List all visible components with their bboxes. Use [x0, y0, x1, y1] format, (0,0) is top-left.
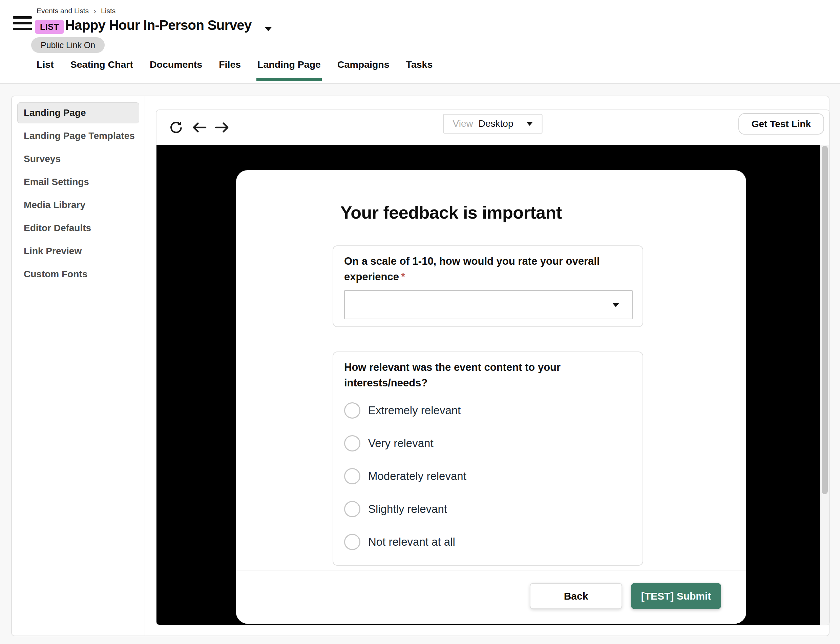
sidebar-item-landing-page[interactable]: Landing Page — [17, 102, 139, 123]
sidebar-item-surveys[interactable]: Surveys — [17, 148, 139, 169]
rating-select[interactable] — [344, 290, 633, 319]
survey-footer: Back [TEST] Submit — [236, 570, 746, 624]
radio-circle-icon[interactable] — [344, 468, 360, 485]
hamburger-menu-icon[interactable] — [13, 16, 32, 31]
radio-circle-icon[interactable] — [344, 534, 360, 550]
radio-circle-icon[interactable] — [344, 501, 360, 517]
radio-option-not-relevant[interactable]: Not relevant at all — [344, 534, 455, 550]
radio-circle-icon[interactable] — [344, 402, 360, 419]
view-select-label: View — [453, 118, 473, 129]
question-relevance-title: How relevant was the event content to yo… — [344, 360, 568, 391]
tab-documents[interactable]: Documents — [150, 58, 202, 71]
breadcrumb-separator-icon: › — [93, 7, 96, 15]
tab-files[interactable]: Files — [219, 58, 241, 71]
view-select-value: Desktop — [478, 118, 514, 129]
sidebar-item-landing-page-templates[interactable]: Landing Page Templates — [17, 125, 139, 146]
sidebar-item-link-preview[interactable]: Link Preview — [17, 241, 139, 262]
public-link-status-pill[interactable]: Public Link On — [31, 37, 105, 53]
sidebar-item-custom-fonts[interactable]: Custom Fonts — [17, 264, 139, 285]
page-title: Happy Hour In-Person Survey — [65, 18, 252, 33]
question-rating-title: On a scale of 1-10, how would you rate y… — [344, 253, 619, 285]
settings-sidebar: Landing Page Landing Page Templates Surv… — [12, 96, 145, 636]
view-mode-select[interactable]: View Desktop — [444, 114, 543, 133]
preview-toolbar: View Desktop Get Test Link — [157, 110, 829, 145]
preview-canvas: Your feedback is important On a scale of… — [157, 145, 820, 625]
breadcrumb: Events and Lists › Lists — [37, 7, 116, 15]
preview-viewport: Your feedback is important On a scale of… — [157, 145, 829, 625]
breadcrumb-lists[interactable]: Lists — [101, 7, 116, 15]
breadcrumb-events-and-lists[interactable]: Events and Lists — [37, 7, 89, 15]
radio-option-moderately-relevant[interactable]: Moderately relevant — [344, 468, 467, 485]
app-page: Events and Lists › Lists LIST Happy Hour… — [0, 0, 840, 644]
radio-option-slightly-relevant[interactable]: Slightly relevant — [344, 501, 447, 517]
preview-scrollbar[interactable] — [820, 145, 829, 625]
radio-option-very-relevant[interactable]: Very relevant — [344, 435, 434, 452]
tab-list[interactable]: List — [37, 58, 54, 71]
get-test-link-button[interactable]: Get Test Link — [738, 113, 824, 135]
tab-landing-page[interactable]: Landing Page — [257, 58, 321, 71]
select-caret-icon — [612, 303, 619, 307]
refresh-icon[interactable] — [168, 119, 184, 136]
tab-seating-chart[interactable]: Seating Chart — [70, 58, 133, 71]
survey-card: Your feedback is important On a scale of… — [236, 170, 746, 624]
radio-circle-icon[interactable] — [344, 435, 360, 452]
required-asterisk: * — [401, 271, 405, 283]
sidebar-item-email-settings[interactable]: Email Settings — [17, 171, 139, 192]
sidebar-item-editor-defaults[interactable]: Editor Defaults — [17, 218, 139, 238]
forward-arrow-icon[interactable] — [214, 119, 230, 136]
question-rating: On a scale of 1-10, how would you rate y… — [332, 245, 643, 327]
back-arrow-icon[interactable] — [191, 119, 207, 136]
sidebar-item-media-library[interactable]: Media Library — [17, 195, 139, 215]
main-tabs: List Seating Chart Documents Files Landi… — [37, 58, 432, 71]
test-submit-button[interactable]: [TEST] Submit — [631, 583, 721, 609]
main-panel: Landing Page Landing Page Templates Surv… — [11, 95, 830, 636]
preview-scrollbar-thumb[interactable] — [822, 146, 828, 494]
header: Events and Lists › Lists LIST Happy Hour… — [0, 0, 840, 84]
back-button[interactable]: Back — [530, 583, 622, 609]
chevron-down-icon — [526, 122, 533, 126]
landing-page-preview-panel: View Desktop Get Test Link Your feedback… — [156, 110, 830, 625]
question-relevance: How relevant was the event content to yo… — [332, 352, 643, 566]
tab-campaigns[interactable]: Campaigns — [337, 58, 390, 71]
title-dropdown-caret-icon[interactable] — [265, 27, 272, 31]
list-type-badge: LIST — [35, 20, 64, 34]
radio-option-extremely-relevant[interactable]: Extremely relevant — [344, 402, 461, 419]
survey-heading: Your feedback is important — [341, 202, 562, 223]
tab-tasks[interactable]: Tasks — [406, 58, 433, 71]
